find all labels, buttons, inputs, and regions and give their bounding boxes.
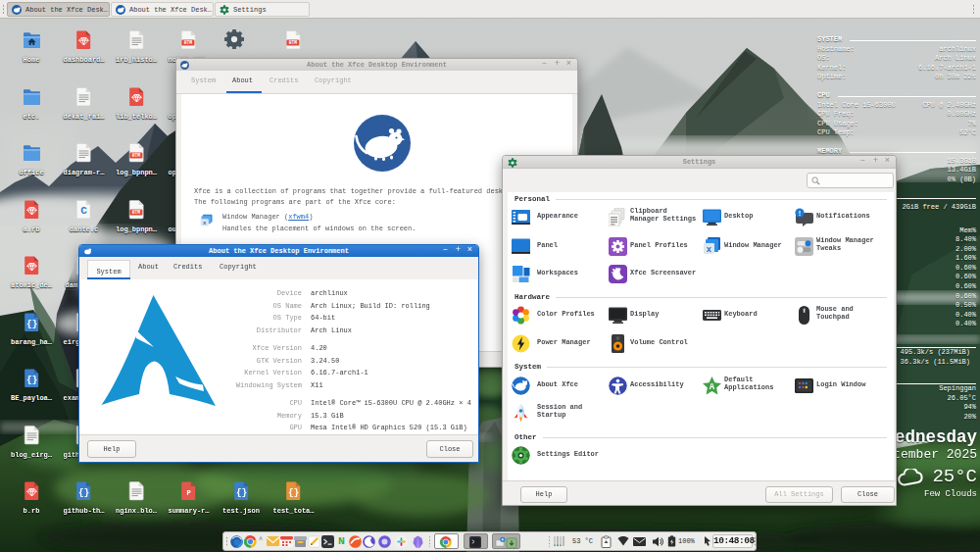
svg-text:x: x: [203, 220, 207, 226]
